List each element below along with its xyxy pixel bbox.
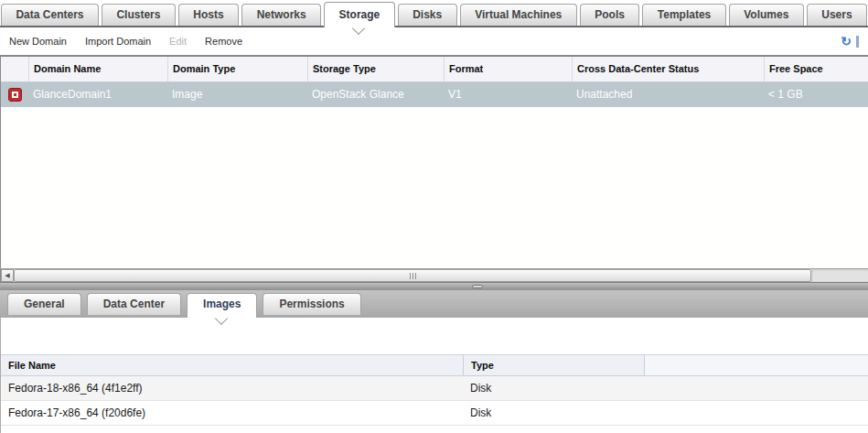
cell-file-name: Fedora-17-x86_64 (f20d6fe): [1, 401, 463, 425]
tab-networks[interactable]: Networks: [241, 4, 321, 26]
left-arrow-icon: ◀: [5, 272, 9, 279]
horizontal-scrollbar[interactable]: ◀: [0, 268, 868, 282]
new-domain-button[interactable]: New Domain: [9, 36, 67, 47]
storage-grid-header: Domain NameDomain TypeStorage TypeFormat…: [1, 55, 868, 82]
tab-templates[interactable]: Templates: [642, 4, 725, 26]
detail-tab-general[interactable]: General: [7, 293, 81, 315]
edit-button: Edit: [169, 36, 187, 47]
status-inner-shape: [12, 92, 18, 98]
scroll-left-button[interactable]: ◀: [1, 269, 14, 282]
column-header-file-name[interactable]: File Name: [1, 355, 463, 375]
cell-file-name: Fedora-18-x86_64 (4f1e2ff): [1, 376, 463, 400]
column-header-domain-name[interactable]: Domain Name: [28, 57, 167, 81]
cell-domain-name: GlanceDomain1: [28, 82, 167, 107]
column-header-cross-data-center-status[interactable]: Cross Data-Center Status: [572, 57, 764, 81]
storage-toolbar: New DomainImport DomainEditRemove ↻: [0, 27, 868, 55]
tab-data-centers[interactable]: Data Centers: [1, 4, 99, 26]
column-header-storage-type[interactable]: Storage Type: [307, 57, 444, 81]
cell-type: Disk: [463, 401, 644, 425]
panel-splitter[interactable]: [0, 282, 868, 290]
storage-grid-body: GlanceDomain1ImageOpenStack GlanceV1Unat…: [1, 82, 868, 107]
tab-hosts[interactable]: Hosts: [178, 4, 239, 26]
detail-tab-data-center[interactable]: Data Center: [87, 293, 181, 315]
detail-tab-images[interactable]: Images: [187, 293, 257, 318]
tab-pools[interactable]: Pools: [580, 4, 640, 26]
main-tabbar: Data CentersClustersHostsNetworksStorage…: [0, 0, 868, 27]
detail-tab-permissions[interactable]: Permissions: [263, 293, 360, 315]
cell-empty: [644, 401, 868, 425]
tab-disks[interactable]: Disks: [398, 4, 457, 26]
cell-cross-data-center-status: Unattached: [572, 82, 764, 107]
cell-domain-type: Image: [167, 82, 307, 107]
selection-column-header: [1, 57, 28, 81]
spacer-column-header: [644, 355, 868, 375]
scrollbar-track[interactable]: [811, 269, 868, 282]
tab-volumes[interactable]: Volumes: [729, 4, 804, 26]
toolbar-right: ↻: [841, 35, 859, 48]
images-panel: File NameType Fedora-18-x86_64 (4f1e2ff)…: [0, 318, 868, 433]
cell-free-space: < 1 GB: [764, 82, 868, 107]
splitter-grip-icon[interactable]: [472, 285, 483, 288]
remove-button[interactable]: Remove: [205, 36, 242, 47]
tab-users[interactable]: Users: [807, 4, 867, 26]
status-cell: [1, 82, 28, 107]
cell-empty: [644, 376, 868, 400]
cell-format: V1: [444, 82, 572, 107]
column-header-domain-type[interactable]: Domain Type: [167, 57, 307, 81]
tab-clusters[interactable]: Clusters: [102, 4, 176, 26]
tab-virtual-machines[interactable]: Virtual Machines: [460, 4, 577, 26]
storage-domains-grid: Domain NameDomain TypeStorage TypeFormat…: [0, 55, 868, 268]
webadmin-window: Data CentersClustersHostsNetworksStorage…: [0, 0, 868, 433]
images-grid-body: Fedora-18-x86_64 (4f1e2ff)DiskFedora-17-…: [1, 376, 868, 426]
column-header-format[interactable]: Format: [444, 57, 572, 81]
storage-domain-down-icon: [8, 88, 22, 102]
scrollbar-thumb[interactable]: [14, 269, 811, 282]
column-header-free-space[interactable]: Free Space: [764, 57, 868, 81]
image-row[interactable]: Fedora-18-x86_64 (4f1e2ff)Disk: [1, 376, 868, 401]
tab-storage[interactable]: Storage: [324, 2, 395, 27]
image-row[interactable]: Fedora-17-x86_64 (f20d6fe)Disk: [1, 401, 868, 426]
images-grid-header: File NameType: [1, 354, 868, 376]
import-domain-button[interactable]: Import Domain: [85, 36, 151, 47]
cell-storage-type: OpenStack Glance: [307, 82, 444, 107]
cell-type: Disk: [463, 376, 644, 400]
detail-tabbar: GeneralData CenterImagesPermissions: [0, 290, 868, 318]
refresh-icon[interactable]: ↻: [841, 35, 852, 48]
column-header-type[interactable]: Type: [463, 355, 644, 375]
storage-domain-row[interactable]: GlanceDomain1ImageOpenStack GlanceV1Unat…: [1, 82, 868, 107]
partial-refresh-menu-edge[interactable]: [856, 36, 859, 48]
